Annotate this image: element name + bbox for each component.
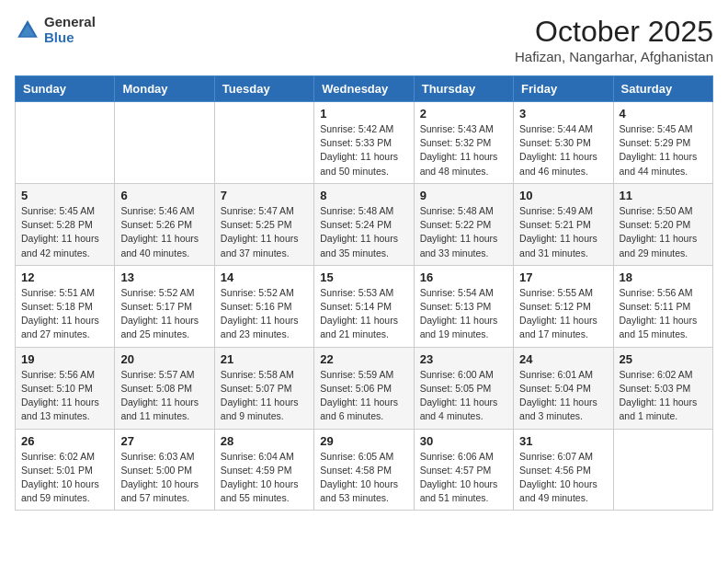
- day-number: 29: [320, 434, 407, 448]
- day-number: 30: [420, 434, 507, 448]
- day-number: 13: [120, 270, 208, 284]
- day-info: Sunrise: 5:42 AM Sunset: 5:33 PM Dayligh…: [320, 122, 407, 178]
- day-number: 12: [21, 270, 108, 284]
- calendar-cell: 8Sunrise: 5:48 AM Sunset: 5:24 PM Daylig…: [314, 183, 414, 265]
- calendar-cell: 4Sunrise: 5:45 AM Sunset: 5:29 PM Daylig…: [613, 102, 712, 184]
- calendar-cell: [613, 429, 712, 511]
- calendar-cell: 1Sunrise: 5:42 AM Sunset: 5:33 PM Daylig…: [314, 102, 414, 184]
- calendar-cell: 23Sunrise: 6:00 AM Sunset: 5:05 PM Dayli…: [414, 347, 513, 429]
- calendar-cell: 31Sunrise: 6:07 AM Sunset: 4:56 PM Dayli…: [514, 429, 613, 511]
- title-block: October 2025 Hafizan, Nangarhar, Afghani…: [515, 15, 713, 64]
- calendar-cell: [214, 102, 313, 184]
- day-info: Sunrise: 6:02 AM Sunset: 5:03 PM Dayligh…: [620, 368, 707, 424]
- day-number: 11: [620, 189, 707, 202]
- logo-text: General Blue: [44, 15, 96, 45]
- day-info: Sunrise: 5:56 AM Sunset: 5:10 PM Dayligh…: [21, 368, 108, 424]
- day-info: Sunrise: 5:48 AM Sunset: 5:24 PM Dayligh…: [320, 204, 407, 260]
- calendar-cell: 13Sunrise: 5:52 AM Sunset: 5:17 PM Dayli…: [115, 265, 214, 347]
- day-number: 16: [420, 270, 507, 284]
- weekday-header-thursday: Thursday: [414, 76, 513, 102]
- weekday-header-wednesday: Wednesday: [314, 76, 414, 102]
- day-number: 4: [620, 107, 707, 121]
- weekday-header-friday: Friday: [514, 76, 613, 102]
- day-info: Sunrise: 6:06 AM Sunset: 4:57 PM Dayligh…: [420, 450, 507, 506]
- day-number: 19: [21, 352, 108, 366]
- day-info: Sunrise: 5:44 AM Sunset: 5:30 PM Dayligh…: [519, 122, 607, 178]
- day-number: 6: [120, 189, 208, 202]
- day-info: Sunrise: 5:49 AM Sunset: 5:21 PM Dayligh…: [519, 204, 607, 260]
- day-number: 7: [221, 189, 308, 202]
- day-info: Sunrise: 5:53 AM Sunset: 5:14 PM Dayligh…: [320, 286, 407, 342]
- weekday-header-tuesday: Tuesday: [214, 76, 313, 102]
- day-info: Sunrise: 5:43 AM Sunset: 5:32 PM Dayligh…: [420, 122, 507, 178]
- day-number: 26: [21, 434, 108, 448]
- day-info: Sunrise: 5:57 AM Sunset: 5:08 PM Dayligh…: [120, 368, 208, 424]
- day-number: 2: [420, 107, 507, 121]
- calendar-cell: 20Sunrise: 5:57 AM Sunset: 5:08 PM Dayli…: [115, 347, 214, 429]
- day-info: Sunrise: 6:01 AM Sunset: 5:04 PM Dayligh…: [519, 368, 607, 424]
- day-number: 20: [120, 352, 208, 366]
- month-title: October 2025: [515, 15, 713, 49]
- day-number: 9: [420, 189, 507, 202]
- day-number: 23: [420, 352, 507, 366]
- calendar-cell: 10Sunrise: 5:49 AM Sunset: 5:21 PM Dayli…: [514, 183, 613, 265]
- day-number: 25: [620, 352, 707, 366]
- calendar-cell: 19Sunrise: 5:56 AM Sunset: 5:10 PM Dayli…: [16, 347, 115, 429]
- day-info: Sunrise: 5:55 AM Sunset: 5:12 PM Dayligh…: [519, 286, 607, 342]
- calendar-cell: 18Sunrise: 5:56 AM Sunset: 5:11 PM Dayli…: [613, 265, 712, 347]
- calendar-cell: 14Sunrise: 5:52 AM Sunset: 5:16 PM Dayli…: [214, 265, 313, 347]
- calendar-cell: 27Sunrise: 6:03 AM Sunset: 5:00 PM Dayli…: [115, 429, 214, 511]
- weekday-header-saturday: Saturday: [613, 76, 712, 102]
- calendar-cell: 21Sunrise: 5:58 AM Sunset: 5:07 PM Dayli…: [214, 347, 313, 429]
- calendar-cell: 30Sunrise: 6:06 AM Sunset: 4:57 PM Dayli…: [414, 429, 513, 511]
- calendar-cell: 17Sunrise: 5:55 AM Sunset: 5:12 PM Dayli…: [514, 265, 613, 347]
- day-number: 22: [320, 352, 407, 366]
- day-info: Sunrise: 6:07 AM Sunset: 4:56 PM Dayligh…: [519, 450, 607, 506]
- day-number: 5: [21, 189, 108, 202]
- day-info: Sunrise: 5:58 AM Sunset: 5:07 PM Dayligh…: [221, 368, 308, 424]
- calendar-cell: 7Sunrise: 5:47 AM Sunset: 5:25 PM Daylig…: [214, 183, 313, 265]
- day-info: Sunrise: 6:05 AM Sunset: 4:58 PM Dayligh…: [320, 450, 407, 506]
- day-info: Sunrise: 5:56 AM Sunset: 5:11 PM Dayligh…: [620, 286, 707, 342]
- weekday-header-sunday: Sunday: [16, 76, 115, 102]
- day-number: 28: [221, 434, 308, 448]
- calendar-cell: [115, 102, 214, 184]
- calendar-cell: 12Sunrise: 5:51 AM Sunset: 5:18 PM Dayli…: [16, 265, 115, 347]
- day-number: 24: [519, 352, 607, 366]
- calendar-table: SundayMondayTuesdayWednesdayThursdayFrid…: [15, 75, 713, 511]
- day-number: 17: [519, 270, 607, 284]
- calendar-cell: 5Sunrise: 5:45 AM Sunset: 5:28 PM Daylig…: [16, 183, 115, 265]
- day-info: Sunrise: 5:51 AM Sunset: 5:18 PM Dayligh…: [21, 286, 108, 342]
- week-row-1: 1Sunrise: 5:42 AM Sunset: 5:33 PM Daylig…: [16, 102, 713, 184]
- week-row-3: 12Sunrise: 5:51 AM Sunset: 5:18 PM Dayli…: [16, 265, 713, 347]
- day-number: 1: [320, 107, 407, 121]
- week-row-5: 26Sunrise: 6:02 AM Sunset: 5:01 PM Dayli…: [16, 429, 713, 511]
- logo-icon: [15, 17, 40, 43]
- calendar-cell: 9Sunrise: 5:48 AM Sunset: 5:22 PM Daylig…: [414, 183, 513, 265]
- weekday-header-row: SundayMondayTuesdayWednesdayThursdayFrid…: [16, 76, 713, 102]
- day-info: Sunrise: 5:52 AM Sunset: 5:17 PM Dayligh…: [120, 286, 208, 342]
- day-info: Sunrise: 5:52 AM Sunset: 5:16 PM Dayligh…: [221, 286, 308, 342]
- calendar-cell: 25Sunrise: 6:02 AM Sunset: 5:03 PM Dayli…: [613, 347, 712, 429]
- day-info: Sunrise: 5:46 AM Sunset: 5:26 PM Dayligh…: [120, 204, 208, 260]
- day-info: Sunrise: 6:00 AM Sunset: 5:05 PM Dayligh…: [420, 368, 507, 424]
- day-number: 3: [519, 107, 607, 121]
- day-number: 31: [519, 434, 607, 448]
- calendar-cell: 15Sunrise: 5:53 AM Sunset: 5:14 PM Dayli…: [314, 265, 414, 347]
- day-number: 10: [519, 189, 607, 202]
- day-number: 18: [620, 270, 707, 284]
- calendar-cell: 26Sunrise: 6:02 AM Sunset: 5:01 PM Dayli…: [16, 429, 115, 511]
- day-info: Sunrise: 5:48 AM Sunset: 5:22 PM Dayligh…: [420, 204, 507, 260]
- weekday-header-monday: Monday: [115, 76, 214, 102]
- day-number: 14: [221, 270, 308, 284]
- calendar-cell: 2Sunrise: 5:43 AM Sunset: 5:32 PM Daylig…: [414, 102, 513, 184]
- logo: General Blue: [15, 15, 96, 45]
- day-number: 8: [320, 189, 407, 202]
- calendar-cell: 16Sunrise: 5:54 AM Sunset: 5:13 PM Dayli…: [414, 265, 513, 347]
- logo-blue-text: Blue: [44, 30, 96, 46]
- day-info: Sunrise: 6:03 AM Sunset: 5:00 PM Dayligh…: [120, 450, 208, 506]
- day-number: 15: [320, 270, 407, 284]
- calendar-cell: 28Sunrise: 6:04 AM Sunset: 4:59 PM Dayli…: [214, 429, 313, 511]
- day-info: Sunrise: 6:04 AM Sunset: 4:59 PM Dayligh…: [221, 450, 308, 506]
- day-info: Sunrise: 5:59 AM Sunset: 5:06 PM Dayligh…: [320, 368, 407, 424]
